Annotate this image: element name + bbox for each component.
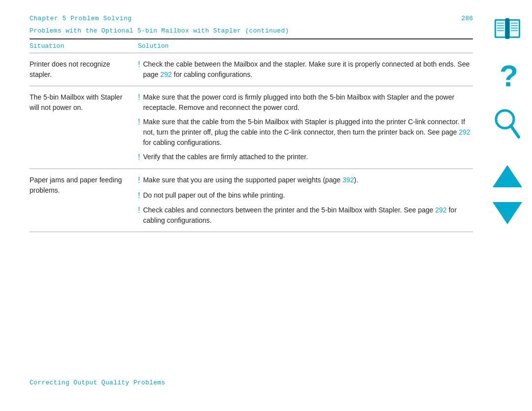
chapter-header: Chapter 5 Problem Solving 286 <box>30 15 473 22</box>
arrow-down-icon[interactable] <box>493 202 522 224</box>
situation-text: Paper jams and paper feeding problems. <box>30 176 122 194</box>
situation-cell: Printer does not recognize stapler. <box>30 59 138 80</box>
page-link[interactable]: 292 <box>459 128 470 136</box>
page-link[interactable]: 292 <box>161 70 172 78</box>
arrow-up-icon[interactable] <box>493 165 522 187</box>
problem-table: Situation Solution Printer does not reco… <box>30 38 473 232</box>
magnifier-icon[interactable] <box>494 108 521 140</box>
question-icon[interactable]: ? <box>493 59 522 94</box>
main-content: Chapter 5 Problem Solving 286 Problems w… <box>30 15 473 396</box>
correcting-output-link[interactable]: Correcting Output Quality Problems <box>30 379 165 386</box>
section-title: Problems with the Optional 5-bin Mailbox… <box>30 27 473 34</box>
situation-text: Printer does not recognize stapler. <box>30 60 110 78</box>
bullet-item: ! Make sure that the power cord is firml… <box>138 92 473 113</box>
bullet-item: ! Verify that the cables are firmly atta… <box>138 152 473 163</box>
bullet-item: ! Make sure that you are using the suppo… <box>138 175 473 186</box>
bottom-navigation-link[interactable]: Correcting Output Quality Problems <box>30 379 165 386</box>
bullet-mark: ! <box>138 175 140 186</box>
bullet-text: Make sure that the cable from the 5-bin … <box>143 117 473 148</box>
svg-line-15 <box>511 126 519 137</box>
bullet-mark: ! <box>138 92 140 113</box>
bullet-item: ! Make sure that the cable from the 5-bi… <box>138 117 473 148</box>
bullet-text: Do not pull paper out of the bins while … <box>143 190 285 201</box>
page-link[interactable]: 292 <box>435 206 446 214</box>
situation-cell: The 5-bin Mailbox with Stapler will not … <box>30 92 138 163</box>
table-header-row: Situation Solution <box>30 39 473 53</box>
bullet-mark: ! <box>138 59 140 80</box>
page-number: 286 <box>462 15 473 22</box>
table-row: Paper jams and paper feeding problems. !… <box>30 169 473 232</box>
table-row: The 5-bin Mailbox with Stapler will not … <box>30 86 473 169</box>
bullet-item: ! Check the cable between the Mailbox an… <box>138 59 473 80</box>
col-situation-header: Situation <box>30 42 138 50</box>
bullet-text: Make sure that you are using the support… <box>143 175 358 186</box>
situation-cell: Paper jams and paper feeding problems. <box>30 175 138 226</box>
bullet-item: ! Check cables and connectors between th… <box>138 205 473 226</box>
solution-cell: ! Make sure that you are using the suppo… <box>138 175 473 226</box>
situation-text: The 5-bin Mailbox with Stapler will not … <box>30 93 122 111</box>
solution-cell: ! Make sure that the power cord is firml… <box>138 92 473 163</box>
col-solution-header: Solution <box>138 42 473 50</box>
solution-cell: ! Check the cable between the Mailbox an… <box>138 59 473 80</box>
book-icon[interactable] <box>493 15 522 44</box>
chapter-title: Chapter 5 Problem Solving <box>30 15 132 22</box>
bullet-text: Check cables and connectors between the … <box>143 205 473 226</box>
table-row: Printer does not recognize stapler. ! Ch… <box>30 53 473 86</box>
bullet-text: Verify that the cables are firmly attach… <box>143 152 308 163</box>
bullet-mark: ! <box>138 190 140 201</box>
svg-rect-2 <box>505 18 509 39</box>
page-link[interactable]: 392 <box>342 176 354 184</box>
bullet-text: Check the cable between the Mailbox and … <box>143 59 473 80</box>
sidebar-icons: ? <box>493 15 522 224</box>
bullet-mark: ! <box>138 117 140 148</box>
bullet-mark: ! <box>138 205 140 226</box>
svg-text:?: ? <box>499 61 517 93</box>
bullet-mark: ! <box>138 152 140 163</box>
bullet-text: Make sure that the power cord is firmly … <box>143 92 473 113</box>
bullet-item: ! Do not pull paper out of the bins whil… <box>138 190 473 201</box>
